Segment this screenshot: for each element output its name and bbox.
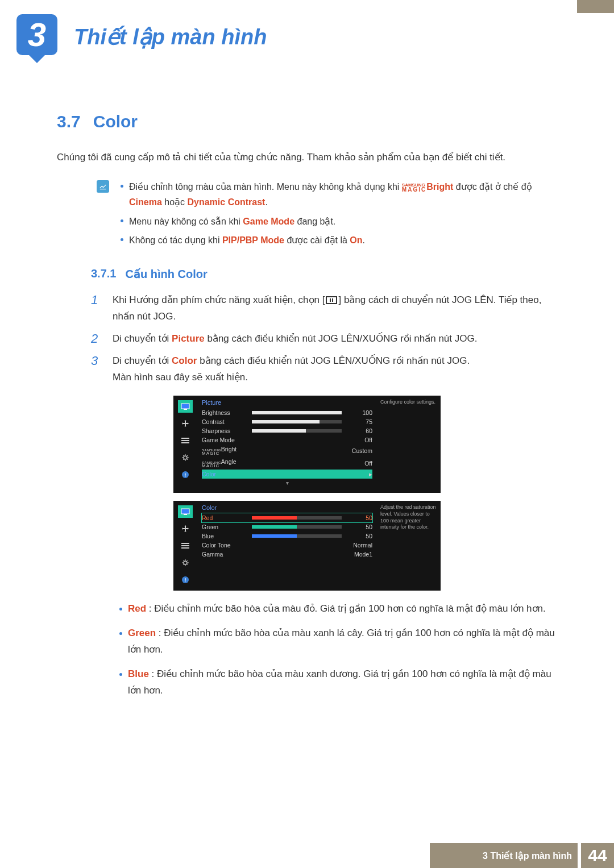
slider [252, 429, 342, 433]
osd-row-red: Red 50 [202, 513, 372, 522]
osd-settings: Color Red 50 Green 50 Blue 50 Colo [197, 501, 377, 591]
step-number: 2 [91, 331, 102, 347]
osd-nav-info-icon: i [178, 574, 193, 586]
step-body: Di chuyển tới Picture bằng cách điều khi… [113, 331, 557, 347]
svg-rect-8 [181, 509, 189, 514]
osd-row-contrast: Contrast 75 [202, 417, 372, 426]
section-number: 3.7 [57, 112, 81, 131]
osd-nav: i [173, 501, 197, 591]
slider [252, 525, 342, 529]
osd-settings: Picture Brightness 100 Contrast 75 Sharp… [197, 396, 377, 493]
steps-list: 1 Khi Hướng dẫn phím chức năng xuất hiện… [57, 292, 557, 385]
chapter-header: 3 Thiết lập màn hình [0, 0, 614, 55]
intro-paragraph: Chúng tôi đã cung cấp mô tả chi tiết của… [57, 149, 557, 165]
osd-nav-picture-icon [178, 505, 193, 518]
osd-row-color: Color ▸ [202, 470, 372, 479]
desc-item: Blue : Điều chỉnh mức bão hòa của màu xa… [128, 666, 557, 699]
note-icon [97, 180, 109, 193]
desc-item: Red : Điều chỉnh mức bão hòa của màu đỏ.… [128, 601, 546, 617]
osd-row-magic-angle: SAMSUNGMAGICAngle Off [202, 457, 372, 470]
osd-nav: i [173, 396, 197, 493]
note-list: Điều chỉnh tông màu của màn hình. Menu n… [121, 179, 557, 251]
svg-rect-2 [181, 438, 189, 439]
svg-point-5 [184, 456, 187, 459]
svg-rect-3 [181, 440, 189, 441]
step-body: Khi Hướng dẫn phím chức năng xuất hiện, … [113, 292, 557, 325]
bullet-icon [119, 673, 122, 676]
chapter-title: Thiết lập màn hình [74, 14, 267, 49]
osd-nav-picture-icon [178, 400, 193, 413]
subsection-heading: 3.7.1 Cấu hình Color [91, 267, 557, 281]
osd-nav-info-icon: i [178, 468, 193, 481]
arrow-down-icon: ▾ [202, 480, 372, 486]
osd-row-brightness: Brightness 100 [202, 408, 372, 417]
step-number: 3 [91, 353, 102, 386]
osd-panel-color: i Color Red 50 Green 50 Blue 50 [173, 501, 441, 591]
osd-hint: Configure color settings. [377, 396, 441, 493]
slider [252, 420, 342, 423]
svg-rect-9 [184, 514, 187, 515]
osd-row-gamma: Gamma Mode1 [202, 550, 372, 559]
color-descriptions: Red : Điều chỉnh mức bão hòa của màu đỏ.… [57, 601, 557, 699]
osd-hint: Adjust the red saturation level. Values … [377, 501, 441, 591]
svg-rect-10 [181, 543, 189, 544]
bullet-icon [121, 219, 123, 222]
osd-title: Picture [202, 399, 372, 406]
osd-row-game-mode: Game Mode Off [202, 435, 372, 445]
info-note: Điều chỉnh tông màu của màn hình. Menu n… [57, 179, 557, 251]
svg-rect-1 [184, 409, 187, 410]
osd-nav-list-icon [178, 434, 193, 447]
note-item: Không có tác dụng khi PIP/PBP Mode được … [129, 232, 365, 248]
arrow-right-icon: ▸ [345, 471, 372, 477]
page-number: 44 [581, 843, 614, 868]
osd-panel-picture: i Picture Brightness 100 Contrast 75 Sha… [173, 396, 441, 493]
section-title: Color [93, 112, 138, 131]
step-number: 1 [91, 292, 102, 325]
chapter-number-badge: 3 [16, 14, 57, 55]
osd-row-color-tone: Color Tone Normal [202, 541, 372, 550]
bullet-icon [121, 238, 123, 241]
footer: 3 Thiết lập màn hình 44 [0, 843, 614, 868]
svg-rect-4 [181, 442, 189, 443]
step-body: Di chuyển tới Color bằng cách điều khiển… [113, 353, 557, 386]
samsung-magic-icon: SAMSUNGMAGIC [402, 183, 426, 192]
footer-chapter: 3 Thiết lập màn hình [430, 843, 578, 868]
svg-rect-0 [181, 404, 189, 409]
svg-point-13 [184, 561, 187, 564]
desc-item: Green : Điều chỉnh mức bão hòa của màu x… [128, 625, 557, 658]
bullet-icon [119, 608, 122, 610]
decorative-stripe [577, 0, 614, 13]
svg-rect-11 [181, 545, 189, 546]
menu-icon [326, 296, 337, 304]
note-item: Menu này không có sẵn khi Game Mode đang… [129, 214, 335, 229]
osd-nav-move-icon [178, 522, 193, 535]
note-item: Điều chỉnh tông màu của màn hình. Menu n… [129, 179, 557, 210]
svg-text:i: i [185, 577, 186, 583]
main-content: 3.7 Color Chúng tôi đã cung cấp mô tả ch… [0, 55, 614, 699]
osd-row-blue: Blue 50 [202, 531, 372, 541]
bullet-icon [119, 632, 122, 635]
osd-row-magic-bright: SAMSUNGMAGICBright Custom [202, 445, 372, 457]
osd-row-green: Green 50 [202, 522, 372, 531]
osd-row-sharpness: Sharpness 60 [202, 426, 372, 435]
subsection-title: Cấu hình Color [125, 267, 207, 281]
slider [252, 516, 342, 520]
osd-screenshots: i Picture Brightness 100 Contrast 75 Sha… [173, 396, 441, 591]
osd-nav-gear-icon [178, 451, 193, 464]
osd-nav-gear-icon [178, 556, 193, 569]
svg-text:i: i [185, 472, 186, 478]
bullet-icon [121, 185, 123, 188]
slider [252, 534, 342, 538]
osd-title: Color [202, 504, 372, 511]
osd-nav-move-icon [178, 417, 193, 430]
slider [252, 411, 342, 414]
svg-rect-12 [181, 547, 189, 549]
subsection-number: 3.7.1 [91, 267, 116, 281]
osd-nav-list-icon [178, 539, 193, 552]
section-heading: 3.7 Color [57, 112, 557, 131]
